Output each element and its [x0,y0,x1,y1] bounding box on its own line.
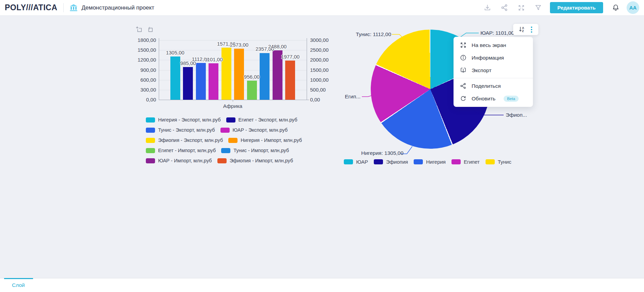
y-axis-tick-label: 0,00 [135,97,156,103]
filter-icon[interactable] [534,4,542,12]
legend-label: Тунис [498,159,511,165]
svg-text:A: A [522,26,524,30]
legend-swatch [146,117,155,123]
legend-item[interactable]: ЮАР - Импорт, млн,руб [146,158,212,163]
legend-label: Египет [464,159,480,165]
fullscreen-icon[interactable] [518,4,525,12]
tab-layer[interactable]: Слой [12,282,25,288]
y-axis-tick-label: 1000,00 [310,77,334,83]
sort-az-icon[interactable]: A Z [518,26,525,33]
legend-item[interactable]: Египет - Экспорт, млн.руб [226,117,297,123]
bar-nigeria-import[interactable] [234,49,244,100]
gridline [159,70,307,70]
x-axis [159,100,309,100]
menu-item-fullscreen[interactable]: На весь экран [454,39,533,51]
share-icon [459,82,467,90]
bar-value-label: 956,00 [244,74,260,80]
bar-chart-legend: Нигерия - Экспорт, млн.руб Египет - Эксп… [146,115,302,166]
pie-label-tunisia: Тунис: 1112,00 [356,31,391,37]
menu-item-refresh[interactable]: Обновить Beta [454,92,533,105]
legend-item[interactable]: Египет - Импорт, млн,руб [146,148,216,153]
x-axis-category-label: Африка [223,103,242,109]
legend-item[interactable]: Нигерия - Импорт, млн,руб [228,137,302,143]
app-header: POLY///ATICA Демонстрационный проект [0,0,644,16]
export-icon [459,67,467,74]
menu-item-export[interactable]: Экспорт [454,64,533,77]
gridline [159,90,307,90]
legend-swatch [221,148,230,153]
legend-item[interactable]: Египет [451,159,480,165]
pie-label-rsa: ЮАР: 1101,00 [480,30,514,36]
legend-item[interactable]: Тунис [486,159,511,165]
y-axis-tick-label: 600,00 [135,77,156,83]
legend-label: Тунис - Импорт, млн,руб [233,148,289,153]
y-axis-tick-label: 1500,00 [135,47,156,53]
legend-item[interactable]: Тунис - Импорт, млн,руб [221,148,289,153]
menu-item-info[interactable]: Информация [454,51,533,64]
legend-item[interactable]: Нигерия [414,159,446,165]
legend-label: Эфиопия [386,159,408,165]
legend-label: ЮАР - Импорт, млн,руб [158,158,212,163]
legend-label: ЮАР - Экспорт, млн.руб [233,127,288,133]
project-title: Демонстрационный проект [81,4,154,11]
pie-chart-legend: ЮАР Эфиопия Нигерия Египет Тунис [332,159,523,165]
legend-item[interactable]: Эфиопия - Экспорт, млн.руб [146,137,223,143]
legend-item[interactable]: ЮАР [344,159,368,165]
bar-egypt-import[interactable] [247,81,257,100]
legend-swatch [228,138,237,143]
user-avatar[interactable]: AA [627,1,639,14]
bar-value-label: 1977,00 [281,54,300,60]
pie-label-nigeria: Нигерия: 1305,00 [361,150,403,156]
info-icon [459,54,467,61]
edit-button[interactable]: Редактировать [550,2,603,13]
legend-label: Эфиопия - Экспорт, млн.руб [158,137,223,143]
legend-item[interactable]: Нигерия - Экспорт, млн.руб [146,117,221,123]
bar-value-label: 2488,00 [268,44,287,49]
legend-swatch [226,117,235,123]
bar-tunisia-import[interactable] [260,53,270,100]
kebab-menu-icon[interactable] [530,26,533,34]
legend-label: Тунис - Экспорт, млн.руб [158,127,215,133]
legend-swatch [146,158,155,163]
legend-swatch [414,159,423,164]
menu-item-label: Экспорт [472,67,491,74]
y-axis-tick-label: 0,00 [310,97,334,103]
bar-ethiopia-import[interactable] [285,61,295,100]
bar-egypt-export[interactable] [183,67,193,100]
refresh-icon [459,95,467,102]
menu-item-share[interactable]: Поделиться [454,80,533,92]
y-axis-tick-label: 500,00 [310,87,334,93]
y-axis-tick-label: 2500,00 [310,47,334,53]
legend-label: Египет - Импорт, млн,руб [158,148,216,153]
legend-item[interactable]: ЮАР - Экспорт, млн.руб [220,127,288,133]
legend-swatch [146,128,155,133]
bar-rsa-export[interactable] [209,63,218,100]
zoom-select-icon[interactable] [136,26,143,35]
bar-nigeria-export[interactable] [170,56,180,100]
y-axis-tick-label: 1200,00 [135,57,156,63]
gridline [159,40,307,40]
legend-swatch [220,128,230,133]
legend-item[interactable]: Тунис - Экспорт, млн.руб [146,127,215,133]
y-axis-tick-label: 1800,00 [135,37,156,43]
y-axis-tick-label: 900,00 [135,67,156,73]
y-axis-tick-label: 1500,00 [310,67,334,73]
widget-toolbar: A Z [513,24,538,35]
download-icon[interactable] [484,4,491,12]
zoom-reset-icon[interactable] [147,26,154,35]
y-axis-tick-label: 300,00 [135,87,156,93]
beta-badge: Beta [504,96,519,102]
pie-label-ethiopia: Эфиоп... [506,112,527,118]
legend-item[interactable]: Эфиопия - Импорт, млн,руб [217,158,293,163]
legend-item[interactable]: Эфиопия [374,159,408,165]
notifications-bell-icon[interactable] [612,4,620,12]
right-y-axis [307,38,307,100]
gridline [159,80,307,80]
bar-tunisia-export[interactable] [196,63,206,100]
menu-item-label: Поделиться [472,83,501,89]
svg-text:Z: Z [522,29,524,33]
share-icon[interactable] [501,4,508,12]
legend-swatch [344,159,353,164]
bar-ethiopia-export[interactable] [221,48,231,100]
pie-label-egypt: Егип... [345,94,361,100]
